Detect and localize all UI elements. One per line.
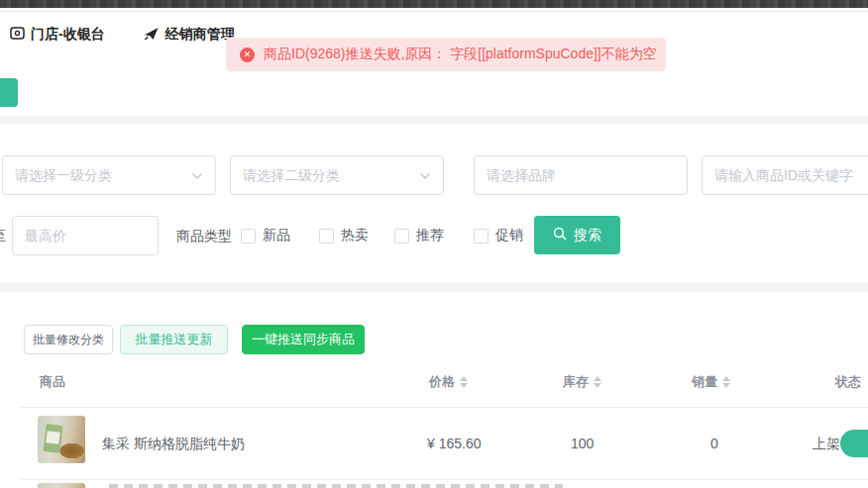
tab-dealer-management[interactable]: 经销商管理 [143, 26, 235, 44]
product-management-page: 门店-收银台 经销商管理 ✕ 商品ID(9268)推送失败,原因： 字段[[pl… [0, 0, 868, 488]
error-toast: ✕ 商品ID(9268)推送失败,原因： 字段[[platformSpuCode… [226, 38, 666, 71]
column-label: 库存 [563, 373, 589, 391]
checkbox-box[interactable] [474, 229, 488, 244]
table-row-divider [20, 479, 868, 480]
column-header-status: 状态 [835, 373, 861, 391]
column-label: 销量 [692, 373, 717, 391]
error-toast-message: 商品ID(9268)推送失败,原因： 字段[[platformSpuCode]]… [264, 46, 657, 63]
column-label: 价格 [429, 373, 455, 391]
product-thumbnail [38, 416, 85, 463]
checkbox-promotion[interactable]: 促销 [474, 227, 523, 244]
pos-terminal-icon [10, 26, 25, 44]
product-type-label: 商品类型 [176, 228, 232, 245]
brand-select[interactable] [474, 155, 688, 195]
search-button-label: 搜索 [574, 227, 601, 244]
sort-carets-icon[interactable] [722, 376, 730, 388]
sort-carets-icon[interactable] [594, 376, 601, 388]
column-header-product: 商品 [40, 373, 65, 391]
search-button[interactable]: 搜索 [534, 216, 620, 254]
checkbox-label: 热卖 [341, 227, 369, 244]
column-header-sales: 销量 [692, 373, 730, 391]
next-row-peek [109, 484, 563, 488]
checkbox-label: 促销 [495, 227, 523, 244]
status-toggle-switch[interactable] [840, 430, 868, 457]
checkbox-label: 推荐 [416, 227, 444, 244]
keyword-search-field[interactable] [702, 155, 868, 195]
product-stock: 100 [571, 436, 594, 451]
tab-store-pos[interactable]: 门店-收银台 [10, 26, 105, 44]
checkbox-box[interactable] [241, 229, 256, 244]
checkbox-box[interactable] [394, 229, 409, 244]
keyword-input[interactable] [714, 167, 868, 183]
checkbox-recommend[interactable]: 推荐 [394, 227, 444, 244]
cutoff-left-button[interactable] [0, 78, 18, 107]
batch-push-update-button[interactable]: 批量推送更新 [120, 325, 228, 354]
checkbox-hot-sale[interactable]: 热卖 [319, 227, 369, 244]
header-tabs: 门店-收银台 经销商管理 [10, 26, 235, 44]
cutoff-browser-strip [0, 0, 868, 8]
product-thumbnail-partial [38, 483, 85, 488]
brand-input[interactable] [487, 167, 675, 183]
column-header-stock: 库存 [563, 373, 601, 391]
product-sales: 0 [710, 436, 718, 451]
column-label: 状态 [835, 373, 861, 391]
price-range-to-label: 至 [0, 228, 6, 245]
product-name: 集采 斯纳格脱脂纯牛奶 [102, 436, 245, 453]
checkbox-new-product[interactable]: 新品 [241, 227, 290, 244]
column-label: 商品 [40, 373, 65, 391]
checkbox-box[interactable] [319, 229, 334, 244]
product-price: ¥ 165.60 [427, 436, 482, 451]
product-status-label: 上架 [813, 436, 840, 453]
section-gap [0, 116, 868, 124]
error-circle-icon: ✕ [240, 48, 255, 62]
divider [0, 11, 868, 12]
batch-modify-category-button[interactable]: 批量修改分类 [24, 325, 113, 354]
category-level1-select[interactable] [2, 155, 216, 195]
sort-carets-icon[interactable] [460, 376, 468, 388]
magnifier-icon [553, 227, 567, 244]
column-header-price: 价格 [429, 373, 468, 391]
paper-plane-icon [143, 27, 160, 44]
max-price-field[interactable] [12, 216, 159, 255]
category-level2-input[interactable] [243, 167, 413, 183]
chevron-down-icon [419, 166, 431, 184]
table-header-divider [20, 407, 868, 408]
tab-label: 经销商管理 [165, 26, 235, 44]
category-level1-input[interactable] [15, 167, 185, 183]
tab-label: 门店-收银台 [31, 26, 105, 44]
category-level2-select[interactable] [230, 155, 444, 195]
section-gap [0, 282, 868, 292]
chevron-down-icon [191, 166, 203, 184]
max-price-input[interactable] [25, 228, 146, 244]
checkbox-label: 新品 [263, 227, 290, 244]
one-click-push-sync-button[interactable]: 一键推送同步商品 [242, 325, 365, 354]
